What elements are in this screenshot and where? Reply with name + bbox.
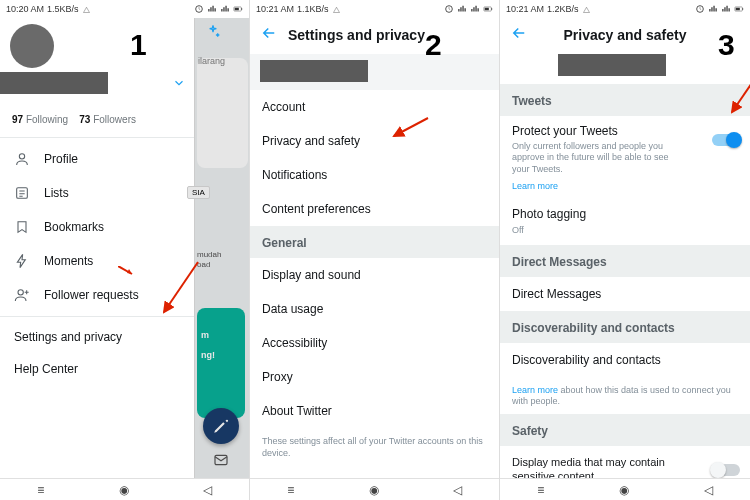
status-net: 1.2KB/s <box>547 4 579 14</box>
protect-tweets-toggle[interactable] <box>712 134 740 146</box>
sparkle-icon[interactable] <box>205 24 221 44</box>
svg-rect-3 <box>235 8 239 11</box>
annotation-arrow <box>728 78 750 118</box>
nav-menu-icon[interactable]: ≡ <box>287 483 294 497</box>
settings-item-proxy[interactable]: Proxy <box>250 360 499 394</box>
nav-home-icon[interactable]: ◉ <box>369 483 379 497</box>
appbar: Settings and privacy <box>250 18 499 54</box>
learn-more-link[interactable]: Learn more <box>512 385 558 395</box>
nav-back-icon[interactable]: ◁ <box>704 483 713 497</box>
redacted-name <box>0 72 108 94</box>
redacted-handle <box>558 54 666 76</box>
nav-home-icon[interactable]: ◉ <box>619 483 629 497</box>
followers-label: Followers <box>93 114 136 125</box>
settings-item-notifications[interactable]: Notifications <box>250 158 499 192</box>
settings-item-accessibility[interactable]: Accessibility <box>250 326 499 360</box>
bg-tag: SIA <box>187 186 210 199</box>
handle-placeholder <box>10 96 194 106</box>
android-navbar: ≡ ◉ ◁ <box>250 478 499 500</box>
android-navbar: ≡ ◉ ◁ <box>0 478 249 500</box>
android-navbar: ≡ ◉ ◁ <box>500 478 750 500</box>
nav-back-icon[interactable]: ◁ <box>453 483 462 497</box>
drawer-item-profile[interactable]: Profile <box>0 142 194 176</box>
background-feed: SIA mudah oad m ng! <box>195 18 250 500</box>
protect-tweets-label: Protect your Tweets <box>512 124 738 138</box>
panel-step-3: 10:21 AM 1.2KB/s 3 Privacy and safety Tw… <box>500 0 750 500</box>
settings-item-about[interactable]: About Twitter <box>250 394 499 428</box>
drawer-label: Profile <box>44 152 78 166</box>
person-plus-icon <box>14 287 30 303</box>
drawer-item-lists[interactable]: Lists <box>0 176 194 210</box>
status-time: 10:20 AM <box>6 4 44 14</box>
learn-more-link[interactable]: Learn more <box>512 181 558 191</box>
step-number-2: 2 <box>425 28 442 62</box>
status-net: 1.1KB/s <box>297 4 329 14</box>
bg-text-frag: ilarang <box>198 56 225 66</box>
following-label: Following <box>26 114 68 125</box>
photo-tagging-value: Off <box>500 223 750 245</box>
drawer-label: Lists <box>44 186 69 200</box>
nav-menu-icon[interactable]: ≡ <box>37 483 44 497</box>
section-general: General <box>250 226 499 258</box>
status-bar: 10:21 AM 1.1KB/s <box>250 0 499 18</box>
settings-item-display[interactable]: Display and sound <box>250 258 499 292</box>
section-tweets: Tweets <box>500 84 750 116</box>
drawer-item-help[interactable]: Help Center <box>0 353 194 385</box>
lightning-icon <box>14 253 30 269</box>
follow-stats[interactable]: 97 Following 73 Followers <box>12 114 194 125</box>
settings-item-account[interactable]: Account <box>250 90 499 124</box>
discoverability-row[interactable]: Discoverability and contacts <box>500 343 750 377</box>
panel-step-1: 10:20 AM 1.5KB/s 1 97 Following <box>0 0 250 500</box>
list-icon <box>14 185 30 201</box>
settings-item-data-usage[interactable]: Data usage <box>250 292 499 326</box>
protect-tweets-sub: Only current followers and people you ap… <box>512 141 682 175</box>
followers-count: 73 <box>79 114 90 125</box>
protect-tweets-row[interactable]: Protect your Tweets Only current followe… <box>500 116 750 197</box>
avatar[interactable] <box>10 24 54 68</box>
settings-item-content-prefs[interactable]: Content preferences <box>250 192 499 226</box>
svg-point-6 <box>18 290 23 295</box>
svg-rect-19 <box>742 8 743 10</box>
svg-point-4 <box>19 154 24 159</box>
status-bar: 10:20 AM 1.5KB/s <box>0 0 249 18</box>
drawer-item-bookmarks[interactable]: Bookmarks <box>0 210 194 244</box>
dm-row[interactable]: Direct Messages <box>500 277 750 311</box>
svg-rect-15 <box>491 8 492 10</box>
svg-rect-16 <box>485 8 489 11</box>
photo-tagging-row[interactable]: Photo tagging <box>500 197 750 223</box>
back-arrow-icon[interactable] <box>260 24 278 46</box>
status-time: 10:21 AM <box>256 4 294 14</box>
account-row[interactable] <box>250 54 499 90</box>
bg-text: mudah oad <box>197 250 221 269</box>
status-bar: 10:21 AM 1.2KB/s <box>500 0 750 18</box>
settings-footer-hint: These settings affect all of your Twitte… <box>250 428 499 459</box>
panel-step-2: 10:21 AM 1.1KB/s 2 Settings and privacy … <box>250 0 500 500</box>
bookmark-icon <box>14 219 30 235</box>
bg-promo: m ng! <box>197 308 245 418</box>
appbar: Privacy and safety <box>500 18 750 54</box>
accounts-chevron-icon[interactable] <box>172 76 186 94</box>
messages-tab-icon[interactable] <box>207 450 235 470</box>
settings-item-privacy[interactable]: Privacy and safety <box>250 124 499 158</box>
section-safety: Safety <box>500 414 750 446</box>
status-time: 10:21 AM <box>506 4 544 14</box>
navigation-drawer: 97 Following 73 Followers Profile Lists <box>0 18 195 500</box>
nav-menu-icon[interactable]: ≡ <box>537 483 544 497</box>
redacted-handle <box>260 60 368 82</box>
drawer-label: Follower requests <box>44 288 139 302</box>
sensitive-media-toggle[interactable] <box>712 464 740 476</box>
annotation-arrow <box>158 260 200 320</box>
drawer-item-settings[interactable]: Settings and privacy <box>0 321 194 353</box>
section-dm: Direct Messages <box>500 245 750 277</box>
compose-fab[interactable] <box>203 408 239 444</box>
page-title: Settings and privacy <box>288 27 425 43</box>
section-discoverability: Discoverability and contacts <box>500 311 750 343</box>
annotation-arrow-small <box>118 266 134 278</box>
page-title: Privacy and safety <box>500 27 750 43</box>
person-icon <box>14 151 30 167</box>
nav-home-icon[interactable]: ◉ <box>119 483 129 497</box>
following-count: 97 <box>12 114 23 125</box>
nav-back-icon[interactable]: ◁ <box>203 483 212 497</box>
step-number-3: 3 <box>718 28 735 62</box>
drawer-label: Moments <box>44 254 93 268</box>
